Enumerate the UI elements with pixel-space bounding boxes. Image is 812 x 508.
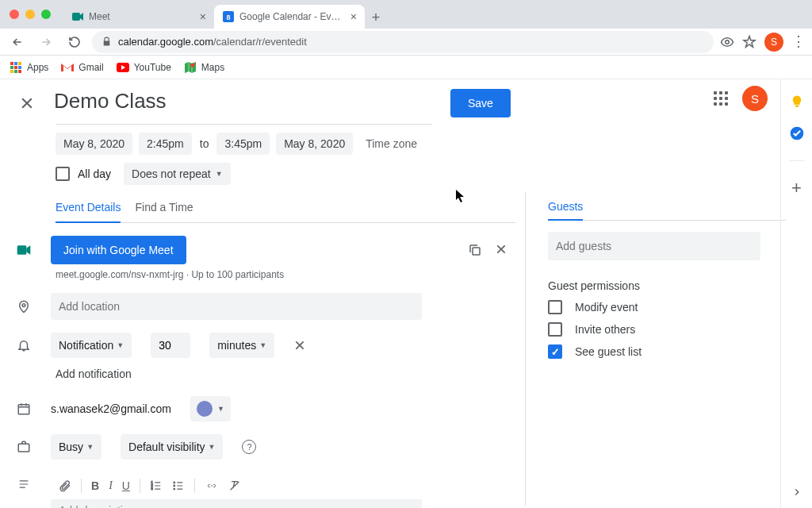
side-panel: + — [780, 79, 812, 508]
bookmark-youtube[interactable]: YouTube — [117, 61, 171, 74]
description-icon — [16, 479, 32, 490]
join-meet-button[interactable]: Join with Google Meet — [51, 236, 186, 264]
add-guests-input[interactable] — [548, 232, 760, 260]
star-icon[interactable] — [742, 35, 756, 49]
to-label: to — [198, 137, 211, 150]
svg-rect-6 — [18, 62, 21, 65]
svg-point-3 — [726, 40, 730, 44]
tab-event-details[interactable]: Event Details — [56, 201, 121, 223]
save-button[interactable]: Save — [450, 89, 511, 117]
description-toolbar: B I U 123 — [51, 472, 422, 499]
browser-tab-strip: Meet × 8 Google Calendar - Event detai ×… — [0, 0, 812, 29]
apps-icon — [10, 61, 22, 74]
meet-icon — [16, 242, 32, 258]
tab-find-a-time[interactable]: Find a Time — [135, 201, 193, 222]
bold-icon[interactable]: B — [91, 479, 99, 492]
tab-guests[interactable]: Guests — [548, 200, 583, 221]
perm-modify-checkbox[interactable] — [548, 300, 562, 314]
nav-reload[interactable] — [63, 31, 86, 53]
attach-icon[interactable] — [59, 479, 71, 493]
meet-favicon — [71, 10, 84, 23]
svg-rect-11 — [14, 70, 17, 73]
new-tab-button[interactable]: + — [365, 6, 387, 29]
nav-back[interactable] — [6, 31, 29, 53]
addons-plus-icon[interactable]: + — [789, 180, 805, 196]
svg-point-25 — [174, 488, 175, 490]
underline-icon[interactable]: U — [122, 479, 130, 492]
browser-tab-calendar[interactable]: 8 Google Calendar - Event detai × — [214, 5, 365, 29]
start-time-field[interactable]: 2:45pm — [139, 133, 192, 155]
italic-icon[interactable]: I — [109, 479, 113, 492]
svg-rect-8 — [14, 66, 17, 69]
perm-invite-checkbox[interactable] — [548, 322, 562, 337]
end-date-field[interactable]: May 8, 2020 — [276, 133, 353, 155]
link-icon[interactable] — [205, 482, 219, 490]
location-input[interactable] — [51, 293, 422, 320]
timezone-link[interactable]: Time zone — [366, 137, 417, 150]
notification-type-select[interactable]: Notification▼ — [51, 333, 132, 358]
visibility-select[interactable]: Default visibility▼ — [121, 434, 223, 460]
bookmark-apps[interactable]: Apps — [10, 61, 48, 74]
remove-meet-icon[interactable] — [495, 243, 508, 257]
svg-rect-18 — [18, 405, 29, 414]
window-close[interactable] — [10, 10, 19, 19]
event-title-input[interactable] — [54, 89, 387, 117]
calendar-color-select[interactable]: ▼ — [190, 396, 231, 421]
end-time-field[interactable]: 3:45pm — [216, 133, 270, 155]
location-icon — [16, 298, 32, 314]
keep-icon[interactable] — [789, 94, 805, 110]
perm-see-label: See guest list — [575, 345, 642, 358]
address-bar[interactable]: calendar.google.com/calendar/r/eventedit — [92, 31, 714, 53]
svg-point-17 — [22, 304, 25, 307]
svg-rect-19 — [18, 444, 29, 452]
window-maximize[interactable] — [41, 10, 51, 19]
perm-see-checkbox[interactable] — [548, 344, 562, 359]
svg-point-24 — [174, 485, 175, 487]
help-icon[interactable]: ? — [242, 440, 256, 454]
url-host: calendar.google.com/calendar/r/eventedit — [118, 36, 307, 48]
description-area[interactable]: B I U 123 Add description — [51, 472, 422, 508]
bookmark-maps[interactable]: Maps — [184, 61, 224, 74]
start-date-field[interactable]: May 8, 2020 — [56, 133, 132, 155]
nav-forward[interactable] — [35, 31, 57, 53]
briefcase-icon — [16, 440, 32, 454]
svg-rect-0 — [72, 13, 80, 21]
youtube-icon — [117, 61, 129, 74]
add-notification-link[interactable]: Add notification — [56, 368, 515, 380]
clear-format-icon[interactable] — [228, 479, 241, 492]
recurrence-select[interactable]: Does not repeat▼ — [124, 163, 231, 185]
tab-close[interactable]: × — [200, 10, 206, 23]
notification-amount-input[interactable] — [151, 333, 190, 358]
svg-rect-7 — [10, 66, 13, 69]
allday-checkbox[interactable] — [56, 167, 70, 181]
svg-text:8: 8 — [226, 13, 230, 21]
eye-icon[interactable] — [720, 35, 734, 49]
svg-text:3: 3 — [151, 487, 154, 491]
window-controls — [6, 10, 51, 19]
profile-avatar[interactable]: S — [764, 33, 783, 52]
bookmarks-bar: Apps Gmail YouTube Maps — [0, 56, 812, 79]
color-swatch — [197, 401, 213, 417]
guest-permissions-title: Guest permissions — [548, 279, 786, 292]
notification-unit-select[interactable]: minutes▼ — [209, 333, 274, 358]
bullet-list-icon[interactable] — [172, 480, 185, 491]
tab-close[interactable]: × — [350, 10, 357, 23]
tasks-icon[interactable] — [789, 125, 805, 141]
browser-tab-meet[interactable]: Meet × — [63, 5, 214, 29]
kebab-menu-icon[interactable]: ⋮ — [791, 39, 806, 44]
allday-label: All day — [78, 167, 111, 180]
remove-notification-icon[interactable] — [293, 339, 306, 352]
availability-select[interactable]: Busy▼ — [51, 434, 102, 460]
window-minimize[interactable] — [25, 10, 35, 19]
numbered-list-icon[interactable]: 123 — [150, 480, 163, 491]
calendar-favicon: 8 — [222, 10, 235, 23]
svg-point-23 — [174, 482, 175, 483]
tab-title: Google Calendar - Event detai — [239, 11, 346, 22]
calendar-icon — [16, 402, 32, 416]
collapse-panel-icon[interactable] — [789, 484, 805, 500]
notification-icon — [16, 337, 32, 353]
copy-link-icon[interactable] — [468, 243, 482, 257]
bookmark-gmail[interactable]: Gmail — [61, 61, 103, 74]
close-editor-button[interactable] — [16, 92, 38, 114]
svg-point-14 — [190, 63, 194, 67]
